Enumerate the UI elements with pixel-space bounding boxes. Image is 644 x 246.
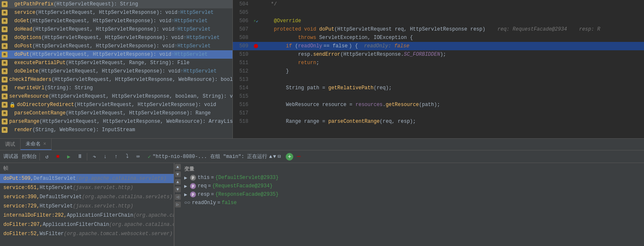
remove-watch-button[interactable]: − xyxy=(295,153,302,161)
thread-running-icon: ✓ xyxy=(148,153,151,160)
method-item-1[interactable]: mgetPathPrefix(HttpServletRequest): Stri… xyxy=(0,0,232,8)
add-watch-button[interactable]: + xyxy=(286,153,293,161)
scroll-btn-5[interactable]: ▷ xyxy=(175,202,181,207)
code-line-515[interactable]: 515 xyxy=(233,92,644,101)
code-line-518[interactable]: 518 Range range = parseContentRange(req,… xyxy=(233,117,644,126)
code-content: } xyxy=(260,67,289,75)
thread-nav-arrows[interactable]: ▲▼ xyxy=(269,154,276,160)
step-over-btn[interactable]: ↷ xyxy=(90,152,99,161)
variable-item-4[interactable]: ○○readOnly = false xyxy=(181,199,644,207)
method-text: service(HttpServletRequest, HttpServletR… xyxy=(14,10,214,16)
variable-equals: = xyxy=(211,175,214,181)
method-item-16[interactable]: mrender(String, WebResource): InputStrea… xyxy=(0,126,232,134)
method-icon: m xyxy=(2,10,8,16)
line-number: 505 xyxy=(233,10,252,16)
debugger-toolbar: 调试器控制台↺■▶⏸↷↓↑⤵⌨✓"http-nio-8080-... 在组 "m… xyxy=(0,150,644,163)
debug-tab-debug[interactable]: 调试 xyxy=(0,139,21,150)
code-line-517[interactable]: 517 xyxy=(233,109,644,117)
scroll-btn-3[interactable]: ▼ xyxy=(175,186,181,192)
frame-item-5[interactable]: internalDoFilter:292, ApplicationFilterC… xyxy=(0,211,174,220)
line-number: 517 xyxy=(233,110,252,116)
code-editor[interactable]: 504 */505506⚡↙ @Override507 protected vo… xyxy=(233,0,644,138)
code-line-516[interactable]: 516 WebResource resource = resources.get… xyxy=(233,101,644,109)
code-line-514[interactable]: 514 String path = getRelativePath(req); xyxy=(233,84,644,92)
frame-item-6[interactable]: doFilter:207, ApplicationFilterChain (or… xyxy=(0,220,174,229)
method-item-5[interactable]: mdoOptions(HttpServletRequest, HttpServl… xyxy=(0,34,232,42)
variable-expand-icon[interactable]: ▶ xyxy=(184,183,190,189)
code-line-507[interactable]: 507 protected void doPut(HttpServletRequ… xyxy=(233,25,644,34)
code-line-508[interactable]: 508 throws ServletException, IOException… xyxy=(233,34,644,42)
code-line-509[interactable]: 509 if (readOnly== false) { readOnly: fa… xyxy=(233,42,644,50)
evaluate-btn[interactable]: ⌨ xyxy=(133,152,143,161)
scroll-btn-2[interactable]: ▲ xyxy=(175,179,181,185)
method-text: doDirectoryRedirect(HttpServletRequest, … xyxy=(17,102,216,108)
method-text: doGet(HttpServletRequest, HttpServletRes… xyxy=(14,18,208,24)
method-item-4[interactable]: mdoHead(HttpServletRequest, HttpServletR… xyxy=(0,25,232,34)
method-item-13[interactable]: m🔒doDirectoryRedirect(HttpServletRequest… xyxy=(0,101,232,109)
variable-expand-icon[interactable]: ▶ xyxy=(184,192,190,198)
console-tab-btn[interactable]: 控制台 xyxy=(22,153,37,160)
code-line-504[interactable]: 504 */ xyxy=(233,0,644,8)
step-into-btn[interactable]: ↓ xyxy=(101,152,110,161)
method-item-14[interactable]: mparseContentRange(HttpServletRequest, H… xyxy=(0,109,232,117)
method-item-15[interactable]: mparseRange(HttpServletRequest, HttpServ… xyxy=(0,117,232,126)
frame-item-4[interactable]: service:729, HttpServlet (javax.servlet.… xyxy=(0,202,174,211)
code-line-513[interactable]: 513 xyxy=(233,75,644,84)
line-number: 506 xyxy=(233,18,252,24)
method-icon: m xyxy=(2,93,8,99)
variable-name: this xyxy=(198,175,210,181)
code-line-510[interactable]: 510 resp.sendError(HttpServletResponse.S… xyxy=(233,50,644,59)
method-item-7[interactable]: mdoPut(HttpServletRequest, HttpServletRe… xyxy=(0,50,232,59)
code-line-505[interactable]: 505 xyxy=(233,8,644,17)
frame-item-7[interactable]: doFilter:52, WsFilter (org.apache.tomcat… xyxy=(0,229,174,238)
frames-header: 帧 xyxy=(0,163,174,174)
method-icon: m xyxy=(2,60,8,66)
variable-item-2[interactable]: ▶preq = {RequestFacade@2934} xyxy=(181,182,644,190)
pause-btn[interactable]: ⏸ xyxy=(75,152,84,161)
method-item-8[interactable]: mexecutePartialPut(HttpServletRequest, R… xyxy=(0,59,232,67)
resume-btn[interactable]: ▶ xyxy=(64,152,73,161)
frame-item-1[interactable]: doPut:509, DefaultServlet (org.apache.ca… xyxy=(0,174,174,183)
variable-item-3[interactable]: ▶presp = {ResponseFacade@2935} xyxy=(181,190,644,199)
debug-tab-unnamed[interactable]: 未命名× xyxy=(21,139,52,150)
frame-method: service:390, xyxy=(3,194,39,200)
code-line-511[interactable]: 511 return; xyxy=(233,59,644,67)
rerun-btn[interactable]: ↺ xyxy=(42,152,52,161)
method-item-6[interactable]: mdoPost(HttpServletRequest, HttpServletR… xyxy=(0,42,232,50)
scroll-btn-1[interactable]: ▼ xyxy=(175,171,181,177)
scroll-btn-4[interactable]: ◁ xyxy=(175,194,181,200)
method-text: doPut(HttpServletRequest, HttpServletRes… xyxy=(14,52,208,57)
frame-item-2[interactable]: service:651, HttpServlet (javax.servlet.… xyxy=(0,183,174,192)
thread-up-button[interactable]: ▲ xyxy=(269,154,272,160)
method-item-9[interactable]: mdoDelete(HttpServletRequest, HttpServle… xyxy=(0,67,232,75)
frame-item-3[interactable]: service:390, DefaultServlet (org.apache.… xyxy=(0,192,174,202)
variable-name: resp xyxy=(198,192,210,197)
step-out-btn[interactable]: ↑ xyxy=(112,152,121,161)
variable-item-1[interactable]: ▶pthis = {DefaultServlet@2933} xyxy=(181,173,644,182)
variable-name: req xyxy=(198,183,207,189)
variable-value: {ResponseFacade@2935} xyxy=(215,192,279,197)
frame-package: (org.apache.tomcat.websocket.server) xyxy=(64,231,172,237)
method-item-12[interactable]: mserveResource(HttpServletRequest, HttpS… xyxy=(0,92,232,101)
code-line-512[interactable]: 512 } xyxy=(233,67,644,75)
stop-btn[interactable]: ■ xyxy=(53,152,63,161)
code-content: String path = getRelativePath(req); xyxy=(260,84,392,92)
line-number: 509 xyxy=(233,43,252,49)
debugger-tab-btn[interactable]: 调试器 xyxy=(3,153,18,160)
scroll-btn-0[interactable]: ▲ xyxy=(175,164,181,170)
filter-button[interactable]: ⊟ xyxy=(278,153,281,160)
run-cursor-btn[interactable]: ⤵ xyxy=(123,152,132,161)
frame-method: service:651, xyxy=(3,185,39,191)
method-text: parseContentRange(HttpServletRequest, Ht… xyxy=(14,110,211,116)
method-item-3[interactable]: mdoGet(HttpServletRequest, HttpServletRe… xyxy=(0,17,232,25)
variable-expand-icon[interactable]: ▶ xyxy=(184,175,190,181)
sep xyxy=(39,153,40,161)
code-line-506[interactable]: 506⚡↙ @Override xyxy=(233,17,644,25)
method-item-2[interactable]: mservice(HttpServletRequest, HttpServlet… xyxy=(0,8,232,17)
method-icon: m xyxy=(2,26,8,32)
thread-down-button[interactable]: ▼ xyxy=(273,154,276,160)
method-item-11[interactable]: mrewriteUrl(String): String xyxy=(0,84,232,92)
tab-close-button[interactable]: × xyxy=(43,141,46,147)
method-item-10[interactable]: mcheckIfHeaders(HttpServletRequest, Http… xyxy=(0,75,232,84)
code-content: */ xyxy=(260,0,277,8)
